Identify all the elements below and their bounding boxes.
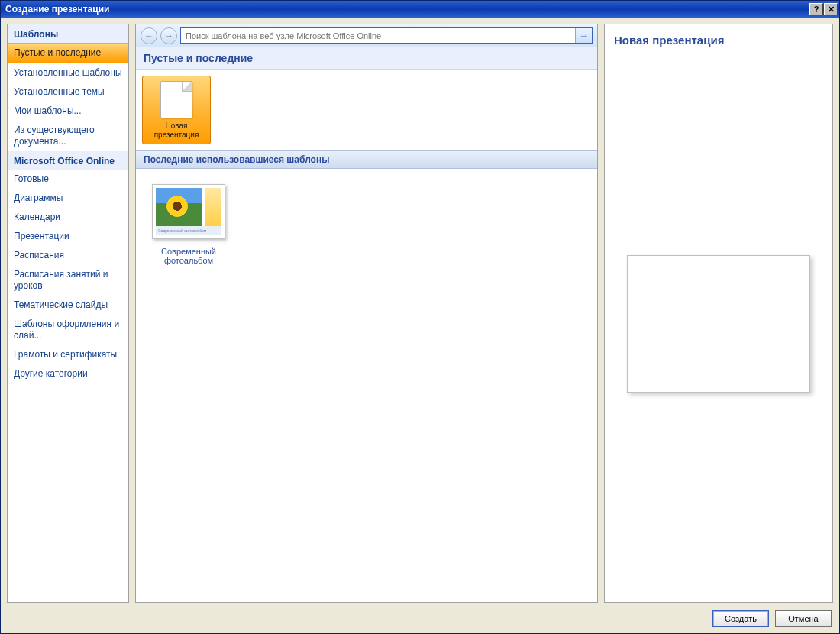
sidebar-item-label: Грамоты и сертификаты [14,349,117,360]
nav-forward-button[interactable]: → [160,27,177,44]
content-pane: ← → → Пустые и последние [135,24,598,603]
sunflower-image [156,188,202,226]
arrow-left-icon: ← [144,31,153,41]
sidebar-item-label: Из существующего документа... [14,125,95,147]
template-thumb: Новая презентация [142,76,211,144]
sidebar-item-label: Календари [14,212,60,222]
preview-slide [627,255,810,393]
sidebar-item-label: Установленные шаблоны [14,67,122,78]
titlebar-buttons: ? ✕ [809,3,838,15]
search-input[interactable] [181,28,575,43]
titlebar: Создание презентации ? ✕ [1,1,839,18]
sidebar-item-theme-slides[interactable]: Тематические слайды [8,296,128,315]
sidebar-item-class-schedules[interactable]: Расписания занятий и уроков [8,265,128,296]
gallery-row-blank: Новая презентация [136,70,597,150]
arrow-right-icon: → [579,30,589,41]
sidebar-item-certificates[interactable]: Грамоты и сертификаты [8,345,128,364]
sidebar-item-label: Другие категории [14,368,88,379]
recent-header: Последние использовавшиеся шаблоны [136,150,597,169]
sidebar-item-diagrams[interactable]: Диаграммы [8,189,128,208]
section-title: Пустые и последние [136,47,597,70]
template-new-presentation[interactable]: Новая презентация [142,76,215,144]
sidebar-item-schedules[interactable]: Расписания [8,246,128,265]
sidebar-header-templates: Шаблоны [8,24,128,43]
search-box: → [180,27,593,44]
recent-template-label: Современный фотоальбом [147,247,231,265]
close-button[interactable]: ✕ [824,3,838,15]
cancel-button[interactable]: Отмена [775,610,832,627]
preview-title: Новая презентация [614,34,823,47]
sidebar-item-label: Тематические слайды [14,299,108,310]
document-icon [160,81,192,118]
sidebar-item-label: Мои шаблоны... [14,105,82,116]
sidebar-item-calendars[interactable]: Календари [8,208,128,227]
preview-area [614,54,823,593]
sidebar-item-featured[interactable]: Готовые [8,170,128,189]
dialog-button-row: Создать Отмена [7,609,833,627]
sidebar-item-label: Расписания [14,250,64,260]
sidebar-item-label: Шаблоны оформления и слай... [14,319,119,341]
help-button[interactable]: ? [809,3,823,15]
thumb-footer-text: Современный фотоальбом [156,226,221,235]
sidebar-header-online: Microsoft Office Online [8,151,128,170]
sidebar-item-design-templates[interactable]: Шаблоны оформления и слай... [8,315,128,345]
recent-template-thumb: Современный фотоальбом [152,184,225,239]
recent-template-item[interactable]: Современный фотоальбом Современный фотоа… [147,184,231,265]
sidebar-item-label: Установленные темы [14,86,105,97]
sidebar-item-label: Пустые и последние [14,47,101,58]
sidebar-item-installed-templates[interactable]: Установленные шаблоны [8,63,128,82]
dialog-window: Создание презентации ? ✕ Шаблоны Пустые … [0,0,840,634]
thumb-side-strip [205,188,221,226]
main-row: Шаблоны Пустые и последние Установленные… [7,24,833,603]
template-label: Новая презентация [146,121,207,139]
sidebar-item-label: Расписания занятий и уроков [14,269,108,291]
sidebar-item-label: Презентации [14,231,69,241]
sidebar-item-from-existing[interactable]: Из существующего документа... [8,121,128,151]
sidebar-item-installed-themes[interactable]: Установленные темы [8,82,128,102]
sidebar: Шаблоны Пустые и последние Установленные… [7,24,129,603]
create-button[interactable]: Создать [712,610,769,627]
window-title: Создание презентации [5,4,809,15]
sidebar-item-blank-recent[interactable]: Пустые и последние [8,43,128,63]
sidebar-item-label: Готовые [14,173,49,184]
sidebar-item-other-categories[interactable]: Другие категории [8,364,128,383]
gallery: Новая презентация Последние использовавш… [136,70,597,602]
sidebar-item-my-templates[interactable]: Мои шаблоны... [8,102,128,121]
toolbar: ← → → [136,24,597,47]
arrow-right-icon: → [164,31,173,41]
sidebar-item-label: Диаграммы [14,192,63,203]
nav-back-button[interactable]: ← [141,27,157,44]
search-go-button[interactable]: → [575,28,592,43]
dialog-body: Шаблоны Пустые и последние Установленные… [1,18,839,633]
preview-pane: Новая презентация [604,24,833,603]
sidebar-item-presentations[interactable]: Презентации [8,227,128,246]
